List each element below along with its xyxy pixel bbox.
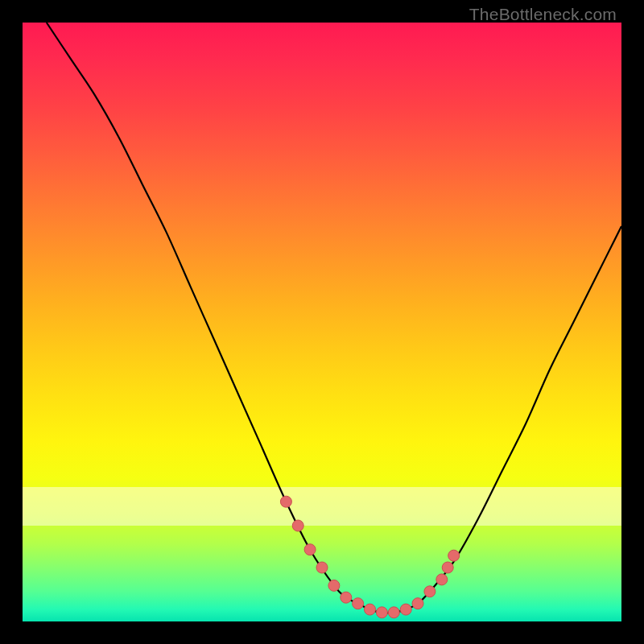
curve-marker (436, 574, 448, 585)
curve-markers-group (280, 496, 459, 618)
curve-marker (341, 592, 352, 603)
curve-marker (442, 562, 453, 573)
curve-marker (328, 580, 340, 591)
chart-frame (23, 23, 621, 621)
curve-marker (400, 604, 411, 615)
curve-marker (376, 607, 387, 618)
curve-marker (292, 520, 303, 531)
curve-marker (304, 544, 316, 555)
curve-marker (316, 562, 328, 573)
curve-marker (280, 496, 291, 507)
curve-marker (365, 604, 376, 615)
bottleneck-curve-svg (23, 23, 621, 621)
curve-marker (353, 598, 364, 609)
bottleneck-curve-path (47, 23, 621, 613)
curve-marker (412, 598, 423, 609)
watermark-text: TheBottleneck.com (469, 5, 617, 24)
curve-marker (448, 550, 460, 561)
curve-marker (424, 586, 436, 597)
curve-marker (388, 607, 399, 618)
